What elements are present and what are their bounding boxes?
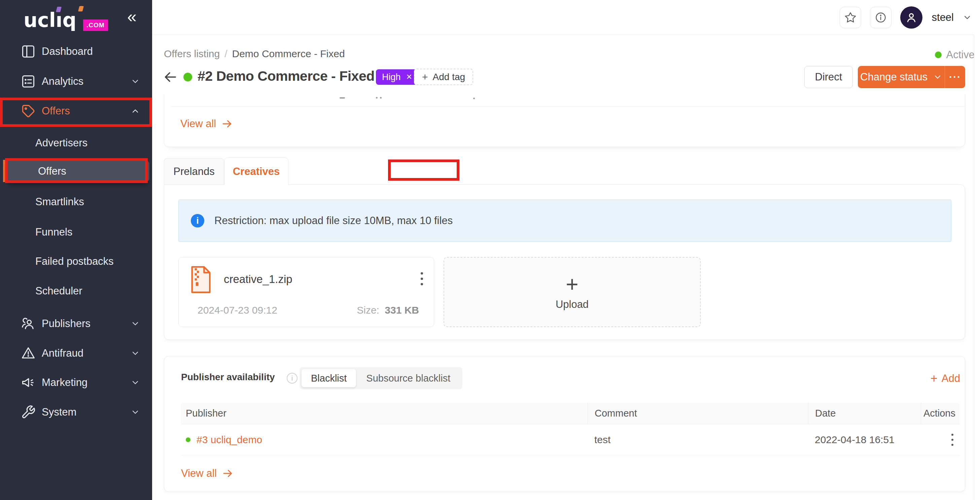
sidebar-item-scheduler[interactable]: Scheduler	[0, 282, 152, 300]
sidebar-item-funnels[interactable]: Funnels	[0, 223, 152, 241]
marketing-megaphone-icon	[21, 375, 36, 390]
brand-logo-tld: .COM	[83, 19, 108, 31]
sidebar-item-marketing[interactable]: Marketing	[0, 373, 152, 392]
favorite-star-button[interactable]	[840, 7, 861, 28]
clipped-text-remnant	[340, 97, 345, 98]
arrow-right-icon	[222, 468, 234, 479]
breadcrumb-current: Demo Commerce - Fixed	[232, 48, 345, 60]
view-all-label: View all	[180, 118, 216, 130]
file-size: Size: 331 KB	[357, 305, 419, 316]
chevron-down-icon	[130, 77, 140, 86]
clipped-text-remnant	[473, 98, 475, 99]
sidebar-item-smartlinks[interactable]: Smartlinks	[0, 192, 152, 211]
plus-icon: +	[422, 71, 428, 83]
column-header-date: Date	[808, 403, 921, 424]
clipped-text-remnant	[376, 97, 378, 98]
publisher-availability-title: Publisher availability	[181, 372, 275, 383]
sidebar-item-offers-sub-selected[interactable]: Offers	[6, 160, 150, 182]
more-actions-button[interactable]: ···	[945, 71, 965, 83]
back-arrow-icon[interactable]	[162, 69, 178, 85]
direct-label: Direct	[815, 71, 842, 83]
info-button[interactable]	[870, 7, 891, 28]
sidebar-item-dashboard[interactable]: Dashboard	[0, 42, 152, 61]
change-status-label: Change status	[860, 71, 928, 83]
sidebar-item-analytics[interactable]: Analytics	[0, 72, 152, 91]
page: uclıq .COM « Dashboard Analytics	[0, 0, 980, 500]
breadcrumb-offers-listing[interactable]: Offers listing	[164, 48, 220, 60]
dashboard-icon	[21, 44, 36, 59]
breadcrumb-separator: /	[224, 48, 227, 60]
tab-blacklist[interactable]: Blacklist	[302, 369, 356, 387]
sidebar-item-label: Publishers	[42, 317, 91, 330]
offers-tag-icon	[21, 104, 36, 118]
analytics-icon	[21, 74, 36, 89]
file-kebab-menu-icon[interactable]	[418, 270, 425, 287]
file-size-value: 331 KB	[385, 305, 419, 316]
scrollbar[interactable]	[974, 35, 980, 500]
sidebar-item-label: System	[42, 406, 76, 418]
remove-tag-icon[interactable]: ✕	[406, 73, 412, 81]
sidebar-item-system[interactable]: System	[0, 403, 152, 422]
sidebar-item-publishers[interactable]: Publishers	[0, 314, 152, 333]
tab-prelands[interactable]: Prelands	[164, 158, 224, 184]
breadcrumb: Offers listing / Demo Commerce - Fixed	[164, 48, 345, 60]
chevron-down-icon	[130, 349, 140, 358]
sidebar-item-antifraud[interactable]: Antifraud	[0, 344, 152, 363]
summary-view-all-link[interactable]: View all	[180, 118, 233, 130]
user-avatar[interactable]	[900, 6, 923, 29]
upload-dropzone[interactable]: + Upload	[444, 257, 701, 327]
sidebar-item-label: Failed postbacks	[35, 256, 114, 268]
add-publisher-button[interactable]: + Add	[931, 373, 960, 384]
publisher-view-all-link[interactable]: View all	[181, 467, 234, 479]
brand-logo-text: uclıq	[24, 9, 76, 32]
direct-button[interactable]: Direct	[804, 66, 853, 88]
creative-file-card: creative_1.zip 2024-07-23 09:12 Size: 33…	[178, 257, 434, 327]
page-title: #2 Demo Commerce - Fixed	[197, 68, 375, 84]
blacklist-segmented-control: Blacklist Subsource blacklist	[299, 367, 462, 389]
publisher-availability-card: Publisher availability i Blacklist Subso…	[164, 356, 965, 492]
brand-logo[interactable]: uclıq .COM	[24, 7, 131, 33]
user-menu-chevron-icon[interactable]	[963, 13, 972, 22]
chevron-down-icon	[130, 408, 140, 417]
arrow-right-icon	[221, 118, 233, 130]
upload-label: Upload	[555, 298, 589, 311]
row-comment: test	[588, 424, 808, 455]
sidebar-item-offers[interactable]: Offers	[0, 102, 152, 121]
change-status-button[interactable]: Change status	[858, 71, 945, 83]
tab-creatives[interactable]: Creatives	[224, 157, 288, 185]
sidebar: uclıq .COM « Dashboard Analytics	[0, 0, 152, 500]
sidebar-collapse-icon[interactable]: «	[127, 8, 137, 25]
topbar: steel	[152, 0, 974, 35]
summary-card: View all	[164, 94, 965, 147]
column-header-comment: Comment	[588, 403, 808, 424]
tab-subsource-blacklist[interactable]: Subsource blacklist	[356, 373, 460, 384]
view-all-label: View all	[181, 467, 217, 479]
sidebar-item-advertisers[interactable]: Advertisers	[0, 133, 152, 152]
add-tag-label: Add tag	[433, 71, 465, 83]
column-header-actions: Actions	[921, 403, 959, 424]
info-circle-icon	[875, 11, 887, 24]
add-tag-button[interactable]: + Add tag	[414, 69, 473, 85]
divider	[171, 106, 965, 107]
file-name: creative_1.zip	[224, 273, 293, 286]
selected-item-accent-bar	[3, 160, 6, 182]
sidebar-item-label: Antifraud	[42, 347, 83, 359]
logo-accent-orange	[78, 6, 84, 11]
username[interactable]: steel	[932, 11, 954, 24]
row-kebab-menu-icon[interactable]	[950, 432, 955, 448]
sidebar-item-label: Offers	[42, 105, 70, 117]
system-wrench-icon	[21, 405, 36, 420]
publisher-link[interactable]: #3 ucliq_demo	[197, 434, 262, 446]
status-label: Active	[947, 49, 975, 61]
chevron-down-icon	[130, 378, 140, 387]
sidebar-item-label: Funnels	[35, 226, 72, 238]
tag-high[interactable]: High ✕	[376, 69, 418, 85]
sidebar-item-failed-postbacks[interactable]: Failed postbacks	[0, 252, 152, 271]
publisher-status-dot	[186, 437, 191, 442]
star-icon	[845, 11, 856, 24]
status-dot	[935, 51, 942, 58]
table-header: Publisher Comment Date Actions	[181, 403, 959, 424]
tooltip-info-icon[interactable]: i	[287, 373, 298, 384]
chevron-up-icon	[130, 106, 140, 116]
user-icon	[905, 11, 918, 24]
